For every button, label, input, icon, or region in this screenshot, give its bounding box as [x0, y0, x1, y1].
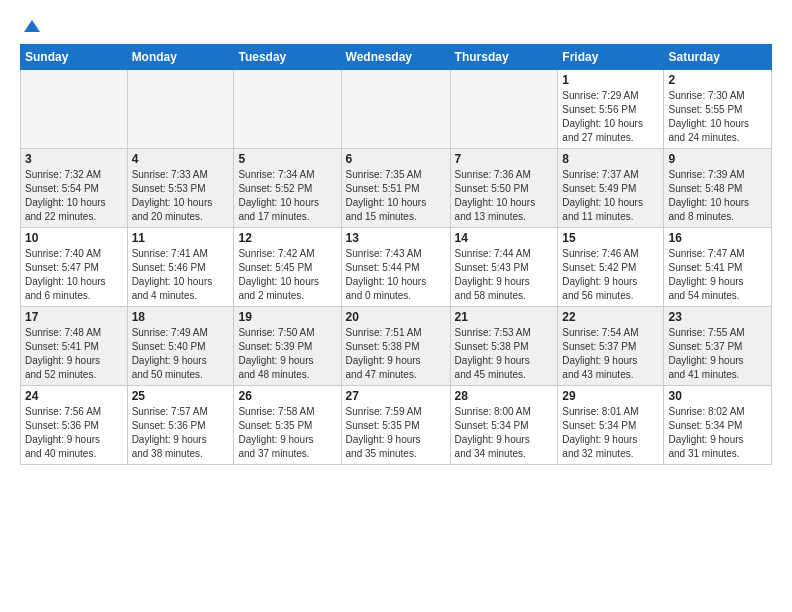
weekday-header: Tuesday	[234, 45, 341, 70]
calendar-day-cell: 29Sunrise: 8:01 AM Sunset: 5:34 PM Dayli…	[558, 386, 664, 465]
calendar-day-cell: 3Sunrise: 7:32 AM Sunset: 5:54 PM Daylig…	[21, 149, 128, 228]
day-info: Sunrise: 8:01 AM Sunset: 5:34 PM Dayligh…	[562, 405, 659, 461]
day-number: 30	[668, 389, 767, 403]
page: SundayMondayTuesdayWednesdayThursdayFrid…	[0, 0, 792, 481]
day-number: 20	[346, 310, 446, 324]
day-info: Sunrise: 7:39 AM Sunset: 5:48 PM Dayligh…	[668, 168, 767, 224]
day-number: 3	[25, 152, 123, 166]
day-number: 19	[238, 310, 336, 324]
calendar-header-row: SundayMondayTuesdayWednesdayThursdayFrid…	[21, 45, 772, 70]
day-number: 2	[668, 73, 767, 87]
logo	[20, 20, 42, 36]
day-info: Sunrise: 7:55 AM Sunset: 5:37 PM Dayligh…	[668, 326, 767, 382]
day-number: 7	[455, 152, 554, 166]
calendar-week-row: 1Sunrise: 7:29 AM Sunset: 5:56 PM Daylig…	[21, 70, 772, 149]
calendar-day-cell	[21, 70, 128, 149]
day-number: 10	[25, 231, 123, 245]
calendar-week-row: 17Sunrise: 7:48 AM Sunset: 5:41 PM Dayli…	[21, 307, 772, 386]
calendar-week-row: 3Sunrise: 7:32 AM Sunset: 5:54 PM Daylig…	[21, 149, 772, 228]
day-info: Sunrise: 7:29 AM Sunset: 5:56 PM Dayligh…	[562, 89, 659, 145]
day-info: Sunrise: 7:37 AM Sunset: 5:49 PM Dayligh…	[562, 168, 659, 224]
day-number: 5	[238, 152, 336, 166]
calendar-day-cell: 2Sunrise: 7:30 AM Sunset: 5:55 PM Daylig…	[664, 70, 772, 149]
calendar-day-cell: 1Sunrise: 7:29 AM Sunset: 5:56 PM Daylig…	[558, 70, 664, 149]
day-info: Sunrise: 8:02 AM Sunset: 5:34 PM Dayligh…	[668, 405, 767, 461]
day-info: Sunrise: 7:48 AM Sunset: 5:41 PM Dayligh…	[25, 326, 123, 382]
day-info: Sunrise: 7:35 AM Sunset: 5:51 PM Dayligh…	[346, 168, 446, 224]
day-number: 22	[562, 310, 659, 324]
day-number: 29	[562, 389, 659, 403]
day-number: 21	[455, 310, 554, 324]
day-number: 26	[238, 389, 336, 403]
calendar-day-cell	[450, 70, 558, 149]
day-info: Sunrise: 7:34 AM Sunset: 5:52 PM Dayligh…	[238, 168, 336, 224]
day-number: 1	[562, 73, 659, 87]
calendar-day-cell: 19Sunrise: 7:50 AM Sunset: 5:39 PM Dayli…	[234, 307, 341, 386]
day-info: Sunrise: 7:40 AM Sunset: 5:47 PM Dayligh…	[25, 247, 123, 303]
day-number: 12	[238, 231, 336, 245]
weekday-header: Thursday	[450, 45, 558, 70]
day-info: Sunrise: 7:58 AM Sunset: 5:35 PM Dayligh…	[238, 405, 336, 461]
calendar-day-cell	[234, 70, 341, 149]
weekday-header: Sunday	[21, 45, 128, 70]
logo-icon	[22, 18, 42, 38]
calendar-day-cell: 11Sunrise: 7:41 AM Sunset: 5:46 PM Dayli…	[127, 228, 234, 307]
weekday-header: Monday	[127, 45, 234, 70]
day-info: Sunrise: 7:33 AM Sunset: 5:53 PM Dayligh…	[132, 168, 230, 224]
calendar-day-cell: 9Sunrise: 7:39 AM Sunset: 5:48 PM Daylig…	[664, 149, 772, 228]
calendar-day-cell	[341, 70, 450, 149]
day-number: 11	[132, 231, 230, 245]
calendar-week-row: 10Sunrise: 7:40 AM Sunset: 5:47 PM Dayli…	[21, 228, 772, 307]
calendar-day-cell: 25Sunrise: 7:57 AM Sunset: 5:36 PM Dayli…	[127, 386, 234, 465]
day-info: Sunrise: 7:30 AM Sunset: 5:55 PM Dayligh…	[668, 89, 767, 145]
calendar-day-cell: 28Sunrise: 8:00 AM Sunset: 5:34 PM Dayli…	[450, 386, 558, 465]
header	[20, 16, 772, 36]
calendar-day-cell: 8Sunrise: 7:37 AM Sunset: 5:49 PM Daylig…	[558, 149, 664, 228]
calendar-day-cell: 6Sunrise: 7:35 AM Sunset: 5:51 PM Daylig…	[341, 149, 450, 228]
calendar-day-cell: 30Sunrise: 8:02 AM Sunset: 5:34 PM Dayli…	[664, 386, 772, 465]
day-info: Sunrise: 7:59 AM Sunset: 5:35 PM Dayligh…	[346, 405, 446, 461]
day-number: 24	[25, 389, 123, 403]
calendar-day-cell: 10Sunrise: 7:40 AM Sunset: 5:47 PM Dayli…	[21, 228, 128, 307]
calendar-day-cell: 17Sunrise: 7:48 AM Sunset: 5:41 PM Dayli…	[21, 307, 128, 386]
day-info: Sunrise: 7:50 AM Sunset: 5:39 PM Dayligh…	[238, 326, 336, 382]
calendar-day-cell: 15Sunrise: 7:46 AM Sunset: 5:42 PM Dayli…	[558, 228, 664, 307]
calendar-day-cell: 23Sunrise: 7:55 AM Sunset: 5:37 PM Dayli…	[664, 307, 772, 386]
day-number: 4	[132, 152, 230, 166]
calendar-day-cell: 14Sunrise: 7:44 AM Sunset: 5:43 PM Dayli…	[450, 228, 558, 307]
svg-marker-0	[24, 20, 40, 32]
weekday-header: Friday	[558, 45, 664, 70]
calendar-day-cell: 21Sunrise: 7:53 AM Sunset: 5:38 PM Dayli…	[450, 307, 558, 386]
day-info: Sunrise: 8:00 AM Sunset: 5:34 PM Dayligh…	[455, 405, 554, 461]
calendar-day-cell: 12Sunrise: 7:42 AM Sunset: 5:45 PM Dayli…	[234, 228, 341, 307]
day-number: 27	[346, 389, 446, 403]
day-info: Sunrise: 7:43 AM Sunset: 5:44 PM Dayligh…	[346, 247, 446, 303]
day-number: 14	[455, 231, 554, 245]
day-info: Sunrise: 7:56 AM Sunset: 5:36 PM Dayligh…	[25, 405, 123, 461]
day-number: 13	[346, 231, 446, 245]
day-info: Sunrise: 7:42 AM Sunset: 5:45 PM Dayligh…	[238, 247, 336, 303]
day-info: Sunrise: 7:57 AM Sunset: 5:36 PM Dayligh…	[132, 405, 230, 461]
day-info: Sunrise: 7:32 AM Sunset: 5:54 PM Dayligh…	[25, 168, 123, 224]
calendar-day-cell	[127, 70, 234, 149]
day-number: 16	[668, 231, 767, 245]
day-number: 25	[132, 389, 230, 403]
day-info: Sunrise: 7:54 AM Sunset: 5:37 PM Dayligh…	[562, 326, 659, 382]
calendar-day-cell: 26Sunrise: 7:58 AM Sunset: 5:35 PM Dayli…	[234, 386, 341, 465]
day-number: 18	[132, 310, 230, 324]
calendar-day-cell: 7Sunrise: 7:36 AM Sunset: 5:50 PM Daylig…	[450, 149, 558, 228]
day-info: Sunrise: 7:36 AM Sunset: 5:50 PM Dayligh…	[455, 168, 554, 224]
calendar-day-cell: 4Sunrise: 7:33 AM Sunset: 5:53 PM Daylig…	[127, 149, 234, 228]
calendar-day-cell: 20Sunrise: 7:51 AM Sunset: 5:38 PM Dayli…	[341, 307, 450, 386]
day-info: Sunrise: 7:47 AM Sunset: 5:41 PM Dayligh…	[668, 247, 767, 303]
calendar-day-cell: 16Sunrise: 7:47 AM Sunset: 5:41 PM Dayli…	[664, 228, 772, 307]
day-info: Sunrise: 7:41 AM Sunset: 5:46 PM Dayligh…	[132, 247, 230, 303]
day-number: 15	[562, 231, 659, 245]
weekday-header: Wednesday	[341, 45, 450, 70]
calendar-table: SundayMondayTuesdayWednesdayThursdayFrid…	[20, 44, 772, 465]
calendar-day-cell: 24Sunrise: 7:56 AM Sunset: 5:36 PM Dayli…	[21, 386, 128, 465]
day-info: Sunrise: 7:51 AM Sunset: 5:38 PM Dayligh…	[346, 326, 446, 382]
calendar-day-cell: 5Sunrise: 7:34 AM Sunset: 5:52 PM Daylig…	[234, 149, 341, 228]
day-number: 6	[346, 152, 446, 166]
day-number: 17	[25, 310, 123, 324]
